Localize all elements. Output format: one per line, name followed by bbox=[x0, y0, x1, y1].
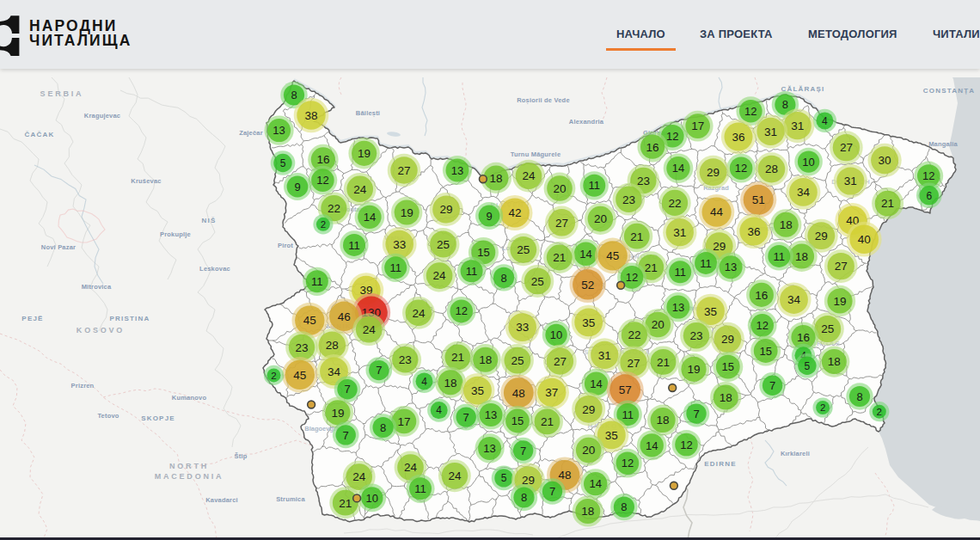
svg-text:21: 21 bbox=[541, 415, 554, 428]
svg-text:ČAČAK: ČAČAK bbox=[25, 131, 55, 138]
svg-text:23: 23 bbox=[399, 353, 412, 366]
svg-text:Prokuplje: Prokuplje bbox=[160, 230, 191, 238]
svg-text:8: 8 bbox=[500, 272, 506, 285]
svg-text:4: 4 bbox=[436, 404, 442, 416]
svg-text:21: 21 bbox=[553, 251, 566, 264]
svg-text:24: 24 bbox=[433, 269, 447, 282]
svg-text:Pirot: Pirot bbox=[278, 242, 293, 249]
svg-text:46: 46 bbox=[338, 310, 351, 323]
svg-text:35: 35 bbox=[605, 429, 618, 442]
svg-text:31: 31 bbox=[598, 349, 611, 362]
svg-text:7: 7 bbox=[344, 383, 350, 396]
svg-text:9: 9 bbox=[294, 181, 300, 193]
svg-text:NIŠ: NIŠ bbox=[202, 217, 217, 224]
svg-text:36: 36 bbox=[732, 131, 744, 144]
svg-text:28: 28 bbox=[765, 163, 778, 175]
svg-text:29: 29 bbox=[815, 230, 828, 242]
svg-text:29: 29 bbox=[440, 203, 453, 216]
svg-text:14: 14 bbox=[672, 162, 684, 175]
svg-text:11: 11 bbox=[348, 239, 360, 252]
svg-text:27: 27 bbox=[397, 164, 410, 177]
svg-text:6: 6 bbox=[926, 190, 932, 202]
svg-text:33: 33 bbox=[393, 238, 406, 251]
svg-text:Prizren: Prizren bbox=[71, 382, 95, 390]
svg-text:12: 12 bbox=[756, 319, 768, 332]
svg-text:7: 7 bbox=[520, 445, 526, 457]
svg-text:13: 13 bbox=[725, 261, 737, 273]
svg-text:18: 18 bbox=[444, 377, 456, 390]
svg-text:22: 22 bbox=[628, 328, 640, 341]
svg-text:25: 25 bbox=[821, 322, 834, 335]
svg-text:17: 17 bbox=[691, 120, 704, 132]
svg-text:Strumica: Strumica bbox=[276, 495, 305, 503]
svg-text:Roșiorii de Vede: Roșiorii de Vede bbox=[517, 96, 570, 104]
svg-text:15: 15 bbox=[477, 246, 489, 259]
svg-text:14: 14 bbox=[579, 248, 591, 261]
svg-text:MACEDONIA: MACEDONIA bbox=[155, 472, 224, 481]
svg-text:45: 45 bbox=[303, 314, 316, 327]
svg-text:20: 20 bbox=[594, 212, 607, 225]
svg-text:24: 24 bbox=[404, 461, 418, 474]
svg-text:8: 8 bbox=[856, 390, 862, 403]
svg-text:EDIRNE: EDIRNE bbox=[704, 460, 736, 468]
svg-text:12: 12 bbox=[735, 162, 747, 175]
svg-text:Alexandria: Alexandria bbox=[569, 118, 604, 126]
svg-text:13: 13 bbox=[672, 301, 684, 314]
svg-text:23: 23 bbox=[622, 193, 635, 206]
svg-text:18: 18 bbox=[795, 250, 808, 263]
svg-text:KOSOVO: KOSOVO bbox=[77, 326, 125, 334]
svg-text:27: 27 bbox=[627, 357, 640, 370]
svg-text:15: 15 bbox=[722, 360, 734, 373]
svg-text:24: 24 bbox=[363, 323, 377, 336]
svg-text:4: 4 bbox=[421, 376, 427, 388]
svg-text:13: 13 bbox=[485, 408, 497, 421]
svg-text:19: 19 bbox=[331, 407, 344, 420]
svg-text:29: 29 bbox=[721, 333, 734, 346]
svg-text:29: 29 bbox=[582, 403, 595, 416]
svg-text:31: 31 bbox=[673, 226, 686, 239]
svg-text:2: 2 bbox=[820, 402, 825, 413]
svg-text:44: 44 bbox=[710, 206, 724, 218]
svg-text:29: 29 bbox=[713, 240, 726, 253]
svg-text:2: 2 bbox=[877, 407, 882, 417]
svg-text:Novi Pazar: Novi Pazar bbox=[41, 243, 76, 251]
svg-text:23: 23 bbox=[689, 329, 702, 342]
svg-text:14: 14 bbox=[646, 439, 658, 452]
svg-text:Turnu Măgurele: Turnu Măgurele bbox=[511, 150, 561, 158]
svg-text:27: 27 bbox=[835, 260, 848, 273]
svg-text:28: 28 bbox=[326, 339, 339, 352]
svg-text:19: 19 bbox=[401, 206, 413, 219]
svg-text:22: 22 bbox=[668, 197, 681, 210]
svg-text:11: 11 bbox=[466, 265, 478, 278]
svg-text:20: 20 bbox=[553, 182, 566, 195]
svg-text:Kumanovo: Kumanovo bbox=[172, 394, 207, 402]
svg-text:14: 14 bbox=[590, 377, 602, 390]
svg-text:13: 13 bbox=[451, 164, 463, 177]
svg-text:21: 21 bbox=[451, 351, 464, 364]
svg-text:Tetovo: Tetovo bbox=[97, 412, 119, 420]
svg-text:11: 11 bbox=[311, 275, 323, 288]
svg-text:12: 12 bbox=[922, 169, 934, 182]
svg-text:Kırklareli: Kırklareli bbox=[781, 450, 810, 457]
svg-text:13: 13 bbox=[273, 124, 285, 137]
svg-text:12: 12 bbox=[666, 130, 678, 143]
svg-text:19: 19 bbox=[358, 147, 371, 160]
svg-text:30: 30 bbox=[879, 154, 891, 167]
svg-text:35: 35 bbox=[471, 384, 484, 397]
svg-text:23: 23 bbox=[637, 175, 650, 187]
svg-text:21: 21 bbox=[881, 197, 894, 210]
svg-text:18: 18 bbox=[479, 353, 492, 366]
svg-text:22: 22 bbox=[328, 202, 340, 215]
svg-text:CONSTANȚA: CONSTANȚA bbox=[923, 87, 975, 95]
svg-text:SERBIA: SERBIA bbox=[40, 89, 84, 98]
svg-text:10: 10 bbox=[366, 492, 378, 505]
svg-text:Zaječar: Zaječar bbox=[239, 129, 263, 137]
svg-text:14: 14 bbox=[589, 477, 601, 490]
svg-text:36: 36 bbox=[747, 225, 760, 238]
svg-text:11: 11 bbox=[414, 482, 426, 495]
svg-text:NORTH: NORTH bbox=[169, 462, 209, 470]
svg-text:57: 57 bbox=[619, 384, 632, 396]
svg-text:25: 25 bbox=[531, 275, 544, 288]
svg-text:8: 8 bbox=[782, 98, 788, 111]
svg-text:7: 7 bbox=[549, 485, 555, 498]
